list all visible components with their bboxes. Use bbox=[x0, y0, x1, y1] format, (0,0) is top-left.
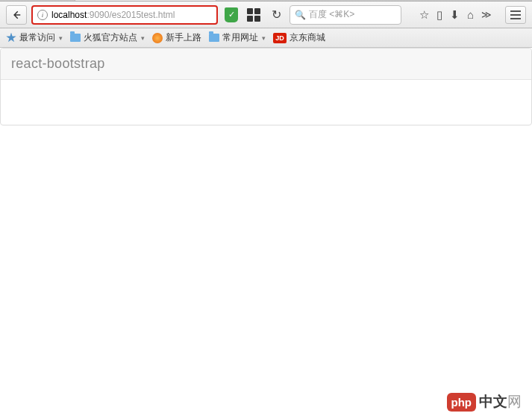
toolbar-right: ☆ ▯ ⬇ ⌂ ≫ bbox=[419, 6, 526, 24]
watermark-badge: php bbox=[447, 393, 477, 412]
bookmark-label: 新手上路 bbox=[166, 31, 201, 44]
tab-strip: es2105的写法 × + bbox=[0, 0, 532, 1]
panel-body bbox=[1, 80, 531, 125]
reading-list-icon[interactable]: ▯ bbox=[436, 8, 442, 22]
bookmark-label: 常用网址 bbox=[222, 31, 258, 44]
watermark: php 中文网 bbox=[447, 392, 522, 412]
panel: react-bootstrap bbox=[0, 48, 532, 125]
url-text: localhost:9090/es2015test.html bbox=[51, 10, 175, 20]
folder-icon bbox=[209, 34, 219, 42]
chevron-down-icon: ▾ bbox=[262, 34, 266, 42]
jd-icon: JD bbox=[273, 33, 287, 43]
search-box[interactable]: 🔍 百度 <⌘K> bbox=[290, 5, 401, 25]
page-content: react-bootstrap bbox=[0, 48, 532, 125]
firefox-icon bbox=[152, 33, 163, 43]
bookmark-jd[interactable]: JD 京东商城 bbox=[273, 31, 325, 44]
search-icon: 🔍 bbox=[295, 10, 306, 20]
search-placeholder: 百度 <⌘K> bbox=[309, 8, 354, 21]
url-bar[interactable]: i localhost:9090/es2015test.html bbox=[31, 5, 218, 25]
bookmark-label: 京东商城 bbox=[290, 31, 325, 44]
back-button[interactable] bbox=[6, 5, 27, 25]
arrow-left-icon bbox=[11, 10, 22, 20]
panel-heading: react-bootstrap bbox=[1, 49, 531, 80]
bookmark-label: 火狐官方站点 bbox=[84, 31, 137, 44]
url-host: localhost bbox=[51, 10, 87, 20]
bookmark-common-sites[interactable]: 常用网址 ▾ bbox=[209, 31, 266, 44]
qr-icon bbox=[247, 8, 260, 22]
folder-icon bbox=[70, 34, 81, 42]
reload-icon: ↻ bbox=[272, 7, 281, 22]
bookmarks-toolbar: 最常访问 ▾ 火狐官方站点 ▾ 新手上路 常用网址 ▾ JD 京东商城 bbox=[0, 28, 532, 48]
chevron-down-icon: ▾ bbox=[59, 34, 63, 42]
shield-icon: ✓ bbox=[225, 7, 238, 22]
bookmark-label: 最常访问 bbox=[19, 31, 55, 44]
qr-code-button[interactable] bbox=[245, 6, 263, 24]
security-shield-button[interactable]: ✓ bbox=[222, 6, 240, 24]
bookmark-firefox-official[interactable]: 火狐官方站点 ▾ bbox=[70, 31, 145, 44]
window-chrome: es2105的写法 × + bbox=[0, 0, 532, 1]
overflow-icon[interactable]: ≫ bbox=[481, 9, 492, 20]
bookmark-star-icon[interactable]: ☆ bbox=[419, 8, 429, 22]
bookmark-most-visited[interactable]: 最常访问 ▾ bbox=[6, 31, 63, 44]
chevron-down-icon: ▾ bbox=[141, 34, 145, 42]
new-tab-button[interactable]: + bbox=[219, 0, 239, 1]
url-path: /es2015test.html bbox=[109, 10, 175, 20]
bookmark-newbie[interactable]: 新手上路 bbox=[152, 31, 201, 44]
menu-button[interactable] bbox=[505, 6, 526, 24]
nav-toolbar: i localhost:9090/es2015test.html ✓ ↻ 🔍 百… bbox=[0, 1, 532, 28]
star-icon bbox=[6, 33, 16, 43]
reload-button[interactable]: ↻ bbox=[267, 6, 285, 24]
home-icon[interactable]: ⌂ bbox=[467, 8, 474, 21]
info-icon[interactable]: i bbox=[37, 10, 48, 20]
watermark-text: 中文网 bbox=[479, 392, 522, 412]
url-port: :9090 bbox=[87, 10, 109, 20]
downloads-icon[interactable]: ⬇ bbox=[450, 8, 460, 22]
browser-tab[interactable]: es2105的写法 × bbox=[75, 0, 216, 1]
